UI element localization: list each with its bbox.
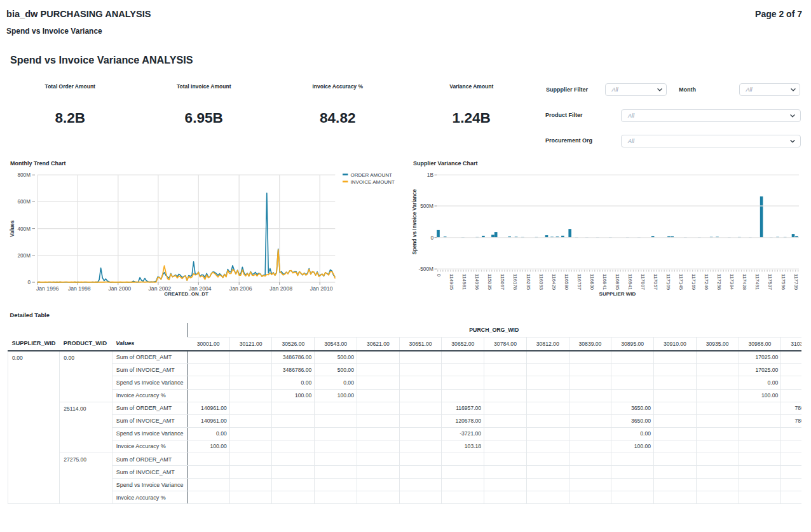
- svg-text:800M: 800M: [18, 172, 31, 178]
- svg-text:115035: 115035: [487, 274, 493, 290]
- svg-text:117246: 117246: [704, 274, 709, 290]
- svg-text:116429: 116429: [551, 274, 557, 290]
- svg-text:Jan 2000: Jan 2000: [108, 285, 131, 292]
- svg-text:117384: 117384: [729, 274, 735, 290]
- svg-text:116941: 116941: [627, 274, 633, 290]
- svg-text:Jan 1998: Jan 1998: [68, 285, 91, 292]
- svg-text:-500M: -500M: [418, 266, 433, 272]
- svg-text:Jan 2006: Jan 2006: [229, 285, 252, 292]
- svg-text:116235: 116235: [526, 274, 531, 290]
- svg-text:Jan 1996: Jan 1996: [36, 285, 59, 292]
- svg-text:Values: Values: [10, 220, 15, 236]
- svg-text:117537: 117537: [767, 274, 773, 290]
- svg-text:117007: 117007: [640, 274, 646, 290]
- svg-text:116830: 116830: [589, 274, 595, 290]
- svg-text:Spend vs Invoice Variance: Spend vs Invoice Variance: [412, 189, 418, 254]
- svg-text:116393: 116393: [538, 274, 544, 290]
- svg-text:117428: 117428: [742, 274, 747, 290]
- svg-text:CREATED_ON_DT: CREATED_ON_DT: [164, 291, 208, 297]
- svg-text:114981: 114981: [461, 274, 467, 290]
- svg-text:114905: 114905: [449, 274, 454, 290]
- svg-text:117739: 117739: [793, 274, 799, 290]
- svg-text:0: 0: [27, 280, 31, 285]
- svg-text:ORDER AMOUNT: ORDER AMOUNT: [351, 172, 392, 178]
- svg-text:116178: 116178: [512, 274, 518, 290]
- svg-text:117298: 117298: [716, 274, 722, 290]
- svg-text:116757: 116757: [576, 274, 582, 290]
- svg-text:117491: 117491: [754, 274, 760, 290]
- svg-text:500M: 500M: [420, 203, 433, 209]
- svg-text:Jan 2010: Jan 2010: [310, 285, 333, 292]
- svg-text:116580: 116580: [564, 274, 569, 290]
- svg-text:0: 0: [430, 235, 433, 241]
- svg-text:117145: 117145: [678, 274, 684, 290]
- svg-text:117109: 117109: [665, 274, 671, 290]
- svg-text:1B: 1B: [427, 172, 434, 178]
- svg-text:114996: 114996: [474, 274, 480, 290]
- svg-text:117057: 117057: [653, 274, 658, 290]
- svg-text:INVOICE AMOUNT: INVOICE AMOUNT: [351, 179, 395, 185]
- svg-text:600M: 600M: [18, 199, 31, 205]
- svg-text:115067: 115067: [500, 274, 505, 290]
- svg-text:Jan 2008: Jan 2008: [269, 285, 292, 292]
- svg-text:0: 0: [436, 274, 442, 277]
- svg-text:116841: 116841: [602, 274, 608, 290]
- svg-text:400M: 400M: [18, 226, 31, 232]
- svg-text:SUPPLIER WID: SUPPLIER WID: [599, 291, 636, 297]
- svg-text:117169: 117169: [691, 274, 697, 290]
- svg-text:200M: 200M: [18, 253, 31, 259]
- svg-text:116895: 116895: [615, 274, 620, 290]
- svg-text:117596: 117596: [780, 274, 786, 290]
